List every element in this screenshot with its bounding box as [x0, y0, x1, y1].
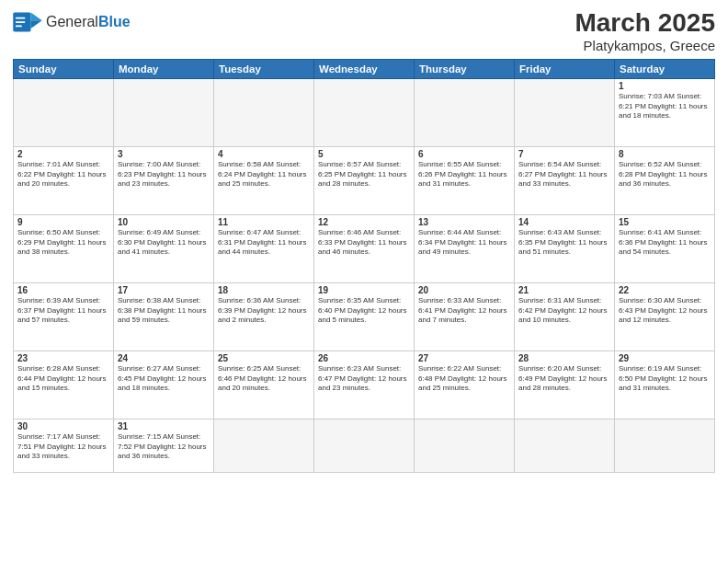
- day-info: Sunrise: 6:31 AM Sunset: 6:42 PM Dayligh…: [518, 296, 610, 326]
- day-number: 23: [17, 353, 109, 363]
- calendar-cell: 26Sunrise: 6:23 AM Sunset: 6:47 PM Dayli…: [314, 350, 415, 419]
- day-info: Sunrise: 6:36 AM Sunset: 6:39 PM Dayligh…: [218, 296, 310, 326]
- calendar-cell: [415, 78, 515, 146]
- day-number: 13: [418, 217, 510, 227]
- calendar-cell: [615, 419, 715, 472]
- day-info: Sunrise: 7:01 AM Sunset: 6:22 PM Dayligh…: [17, 160, 109, 190]
- day-info: Sunrise: 6:57 AM Sunset: 6:25 PM Dayligh…: [318, 160, 410, 190]
- logo-text: GeneralBlue: [46, 14, 131, 30]
- page: GeneralBlue March 2025 Platykampos, Gree…: [0, 0, 728, 563]
- svg-marker-1: [31, 13, 42, 21]
- day-info: Sunrise: 6:20 AM Sunset: 6:49 PM Dayligh…: [518, 364, 610, 394]
- day-number: 11: [218, 217, 310, 227]
- day-info: Sunrise: 6:41 AM Sunset: 6:36 PM Dayligh…: [619, 228, 711, 258]
- day-number: 16: [17, 285, 109, 295]
- day-info: Sunrise: 6:28 AM Sunset: 6:44 PM Dayligh…: [17, 364, 109, 394]
- calendar-cell: 1Sunrise: 7:03 AM Sunset: 6:21 PM Daylig…: [615, 78, 715, 146]
- day-number: 31: [118, 421, 210, 431]
- calendar-cell: 2Sunrise: 7:01 AM Sunset: 6:22 PM Daylig…: [14, 146, 114, 214]
- day-info: Sunrise: 6:49 AM Sunset: 6:30 PM Dayligh…: [118, 228, 210, 258]
- calendar-cell: [415, 419, 515, 472]
- day-number: 2: [17, 149, 109, 159]
- calendar-cell: [214, 419, 314, 472]
- day-number: 10: [118, 217, 210, 227]
- day-number: 28: [518, 353, 610, 363]
- day-info: Sunrise: 6:47 AM Sunset: 6:31 PM Dayligh…: [218, 228, 310, 258]
- day-number: 15: [619, 217, 711, 227]
- calendar-cell: [214, 78, 314, 146]
- day-info: Sunrise: 6:43 AM Sunset: 6:35 PM Dayligh…: [518, 228, 610, 258]
- day-info: Sunrise: 6:33 AM Sunset: 6:41 PM Dayligh…: [418, 296, 510, 326]
- calendar-cell: [114, 78, 214, 146]
- header-monday: Monday: [114, 59, 214, 78]
- calendar-cell: 9Sunrise: 6:50 AM Sunset: 6:29 PM Daylig…: [14, 214, 114, 282]
- calendar-cell: 15Sunrise: 6:41 AM Sunset: 6:36 PM Dayli…: [615, 214, 715, 282]
- calendar-title: March 2025: [574, 9, 715, 38]
- calendar-cell: 31Sunrise: 7:15 AM Sunset: 7:52 PM Dayli…: [114, 419, 214, 472]
- calendar-cell: 10Sunrise: 6:49 AM Sunset: 6:30 PM Dayli…: [114, 214, 214, 282]
- calendar-cell: [515, 78, 615, 146]
- calendar-cell: 19Sunrise: 6:35 AM Sunset: 6:40 PM Dayli…: [314, 282, 415, 350]
- calendar-cell: 5Sunrise: 6:57 AM Sunset: 6:25 PM Daylig…: [314, 146, 415, 214]
- calendar-cell: 13Sunrise: 6:44 AM Sunset: 6:34 PM Dayli…: [415, 214, 515, 282]
- svg-rect-3: [16, 17, 26, 19]
- day-number: 22: [619, 285, 711, 295]
- day-info: Sunrise: 7:03 AM Sunset: 6:21 PM Dayligh…: [619, 92, 711, 121]
- calendar-cell: 8Sunrise: 6:52 AM Sunset: 6:28 PM Daylig…: [615, 146, 715, 214]
- calendar-cell: 21Sunrise: 6:31 AM Sunset: 6:42 PM Dayli…: [515, 282, 615, 350]
- day-info: Sunrise: 6:38 AM Sunset: 6:38 PM Dayligh…: [118, 296, 210, 326]
- svg-rect-4: [16, 21, 26, 23]
- calendar-subtitle: Platykampos, Greece: [574, 38, 715, 53]
- day-number: 19: [318, 285, 410, 295]
- header-thursday: Thursday: [415, 59, 515, 78]
- day-number: 17: [118, 285, 210, 295]
- day-number: 12: [318, 217, 410, 227]
- day-info: Sunrise: 6:22 AM Sunset: 6:48 PM Dayligh…: [418, 364, 510, 394]
- calendar-cell: 20Sunrise: 6:33 AM Sunset: 6:41 PM Dayli…: [415, 282, 515, 350]
- header-sunday: Sunday: [14, 59, 114, 78]
- day-info: Sunrise: 6:52 AM Sunset: 6:28 PM Dayligh…: [619, 160, 711, 190]
- calendar-cell: [314, 419, 415, 472]
- calendar-cell: 6Sunrise: 6:55 AM Sunset: 6:26 PM Daylig…: [415, 146, 515, 214]
- calendar-cell: 23Sunrise: 6:28 AM Sunset: 6:44 PM Dayli…: [14, 350, 114, 419]
- day-info: Sunrise: 6:35 AM Sunset: 6:40 PM Dayligh…: [318, 296, 410, 326]
- svg-marker-2: [31, 20, 42, 29]
- calendar-cell: [14, 78, 114, 146]
- header-wednesday: Wednesday: [314, 59, 415, 78]
- svg-rect-5: [16, 26, 22, 28]
- day-number: 5: [318, 149, 410, 159]
- calendar-cell: 27Sunrise: 6:22 AM Sunset: 6:48 PM Dayli…: [415, 350, 515, 419]
- day-info: Sunrise: 6:25 AM Sunset: 6:46 PM Dayligh…: [218, 364, 310, 394]
- day-number: 26: [318, 353, 410, 363]
- day-number: 9: [17, 217, 109, 227]
- header-saturday: Saturday: [615, 59, 715, 78]
- calendar-cell: 24Sunrise: 6:27 AM Sunset: 6:45 PM Dayli…: [114, 350, 214, 419]
- calendar-cell: 14Sunrise: 6:43 AM Sunset: 6:35 PM Dayli…: [515, 214, 615, 282]
- calendar-cell: 16Sunrise: 6:39 AM Sunset: 6:37 PM Dayli…: [14, 282, 114, 350]
- header: GeneralBlue March 2025 Platykampos, Gree…: [13, 9, 715, 53]
- day-info: Sunrise: 6:50 AM Sunset: 6:29 PM Dayligh…: [17, 228, 109, 258]
- day-info: Sunrise: 6:46 AM Sunset: 6:33 PM Dayligh…: [318, 228, 410, 258]
- calendar-cell: [515, 419, 615, 472]
- day-number: 20: [418, 285, 510, 295]
- day-number: 8: [619, 149, 711, 159]
- day-number: 27: [418, 353, 510, 363]
- calendar-cell: 3Sunrise: 7:00 AM Sunset: 6:23 PM Daylig…: [114, 146, 214, 214]
- day-number: 14: [518, 217, 610, 227]
- calendar-cell: 12Sunrise: 6:46 AM Sunset: 6:33 PM Dayli…: [314, 214, 415, 282]
- logo: GeneralBlue: [13, 9, 131, 35]
- day-info: Sunrise: 6:23 AM Sunset: 6:47 PM Dayligh…: [318, 364, 410, 394]
- day-info: Sunrise: 6:30 AM Sunset: 6:43 PM Dayligh…: [619, 296, 711, 326]
- day-number: 4: [218, 149, 310, 159]
- calendar-cell: [314, 78, 415, 146]
- day-number: 25: [218, 353, 310, 363]
- calendar-cell: 30Sunrise: 7:17 AM Sunset: 7:51 PM Dayli…: [14, 419, 114, 472]
- day-info: Sunrise: 6:58 AM Sunset: 6:24 PM Dayligh…: [218, 160, 310, 190]
- calendar-cell: 25Sunrise: 6:25 AM Sunset: 6:46 PM Dayli…: [214, 350, 314, 419]
- day-info: Sunrise: 7:00 AM Sunset: 6:23 PM Dayligh…: [118, 160, 210, 190]
- day-number: 7: [518, 149, 610, 159]
- day-info: Sunrise: 7:15 AM Sunset: 7:52 PM Dayligh…: [118, 432, 210, 462]
- calendar-table: Sunday Monday Tuesday Wednesday Thursday…: [13, 59, 715, 473]
- day-number: 21: [518, 285, 610, 295]
- calendar-cell: 29Sunrise: 6:19 AM Sunset: 6:50 PM Dayli…: [615, 350, 715, 419]
